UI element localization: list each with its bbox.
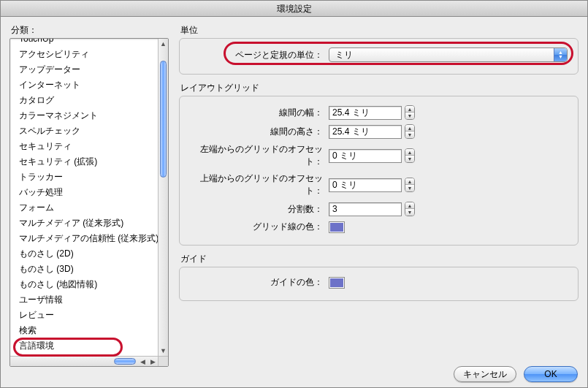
- guides-group-label: ガイド: [179, 253, 579, 265]
- units-group: ページと定規の単位： ミリ ▲▼: [179, 38, 579, 75]
- category-item[interactable]: マルチメディアの信頼性 (従来形式): [10, 231, 158, 246]
- hscroll-left-icon[interactable]: ◀: [137, 357, 148, 366]
- layout-grid-label: レイアウトグリッド: [179, 82, 579, 94]
- offset-top-stepper[interactable]: ▲▼: [405, 178, 415, 192]
- categories-listbox[interactable]: TouchUpアクセシビリティアップデーターインターネットカタログカラーマネジメ…: [9, 38, 169, 367]
- guides-group: ガイドの色：: [179, 267, 579, 301]
- units-group-label: 単位: [179, 24, 579, 37]
- category-item[interactable]: マルチメディア (従来形式): [10, 216, 158, 231]
- category-item[interactable]: カタログ: [10, 93, 158, 108]
- line-height-input[interactable]: [329, 125, 402, 139]
- line-width-label: 線間の幅：: [190, 107, 329, 119]
- category-item[interactable]: セキュリティ: [10, 139, 158, 154]
- subdivisions-input[interactable]: [329, 202, 402, 216]
- category-item[interactable]: 言語環境: [10, 338, 158, 354]
- categories-label: 分類：: [9, 24, 169, 37]
- category-item[interactable]: トラッカー: [10, 170, 158, 185]
- scroll-thumb[interactable]: [160, 61, 167, 178]
- page-ruler-units-label: ページと定規の単位：: [190, 49, 329, 61]
- category-item[interactable]: ユーザ情報: [10, 292, 158, 308]
- category-item[interactable]: 検索: [10, 323, 158, 338]
- line-height-stepper[interactable]: ▲▼: [405, 124, 415, 139]
- category-item[interactable]: ものさし (3D): [10, 262, 158, 277]
- scroll-up-icon[interactable]: ▲: [159, 39, 168, 49]
- ok-button[interactable]: OK: [524, 366, 578, 382]
- guide-color-well[interactable]: [329, 277, 345, 289]
- category-item[interactable]: インターネット: [10, 77, 158, 93]
- category-item[interactable]: バッチ処理: [10, 185, 158, 200]
- grid-color-label: グリッド線の色：: [190, 221, 329, 233]
- offset-left-label: 左端からのグリッドのオフセット：: [190, 143, 329, 168]
- subdivisions-stepper[interactable]: ▲▼: [405, 202, 415, 216]
- category-item[interactable]: ものさし (地図情報): [10, 277, 158, 292]
- guide-color-label: ガイドの色：: [190, 276, 329, 289]
- category-item[interactable]: アップデーター: [10, 62, 158, 77]
- offset-left-stepper[interactable]: ▲▼: [405, 148, 415, 163]
- scroll-down-icon[interactable]: ▼: [159, 346, 168, 356]
- offset-top-label: 上端からのグリッドのオフセット：: [190, 172, 329, 197]
- category-item[interactable]: アクセシビリティ: [10, 47, 158, 62]
- categories-vertical-scrollbar[interactable]: ▲ ▼: [158, 39, 168, 356]
- category-item[interactable]: フォーム: [10, 200, 158, 216]
- line-width-input[interactable]: [329, 106, 402, 120]
- line-height-label: 線間の高さ：: [190, 126, 329, 138]
- dialog-footer: キャンセル OK: [454, 366, 578, 382]
- category-item[interactable]: カラーマネジメント: [10, 108, 158, 123]
- hscroll-right-icon[interactable]: ▶: [148, 357, 158, 366]
- category-item[interactable]: TouchUp: [10, 39, 158, 47]
- offset-left-input[interactable]: [329, 149, 402, 163]
- category-item[interactable]: スペルチェック: [10, 123, 158, 139]
- line-width-stepper[interactable]: ▲▼: [405, 105, 415, 120]
- subdivisions-label: 分割数：: [190, 203, 329, 216]
- scroll-corner: [158, 356, 168, 366]
- category-item[interactable]: ものさし (2D): [10, 246, 158, 262]
- page-ruler-units-value: ミリ: [335, 49, 353, 61]
- cancel-button[interactable]: キャンセル: [454, 366, 516, 382]
- page-ruler-units-select[interactable]: ミリ ▲▼: [329, 47, 568, 62]
- categories-horizontal-scrollbar[interactable]: ◀ ▶: [10, 356, 158, 366]
- category-item[interactable]: セキュリティ (拡張): [10, 154, 158, 170]
- grid-color-well[interactable]: [329, 221, 345, 233]
- window-title: 環境設定: [1, 1, 587, 17]
- hscroll-thumb[interactable]: [114, 358, 136, 365]
- layout-grid-group: 線間の幅： ▲▼ 線間の高さ： ▲▼ 左端からのグリッドのオフセット： ▲▼ 上…: [179, 96, 579, 246]
- select-arrows-icon: ▲▼: [554, 48, 567, 61]
- offset-top-input[interactable]: [329, 178, 402, 192]
- category-item[interactable]: レビュー: [10, 308, 158, 323]
